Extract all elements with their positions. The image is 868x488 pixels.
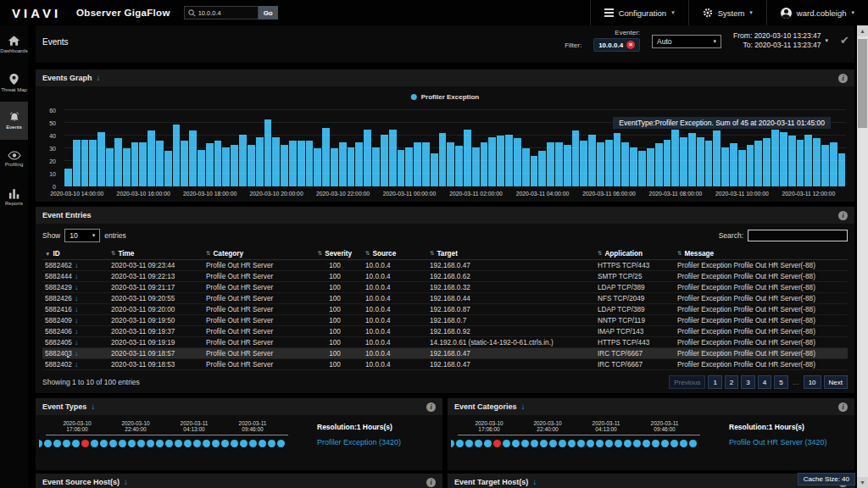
remove-filter-icon[interactable]: × xyxy=(626,41,635,49)
event-dot[interactable] xyxy=(615,440,622,447)
chart-bar[interactable] xyxy=(447,142,454,187)
download-icon[interactable]: ↓ xyxy=(91,402,95,411)
event-dot[interactable] xyxy=(512,440,520,447)
eventer-select[interactable]: Auto ▾ xyxy=(652,35,721,48)
event-dot[interactable] xyxy=(661,440,669,447)
system-menu[interactable]: System ▾ xyxy=(688,0,766,25)
chart-bar[interactable] xyxy=(697,137,704,187)
download-icon[interactable]: ↓ xyxy=(75,338,79,347)
event-dot[interactable] xyxy=(39,440,42,447)
event-dot[interactable] xyxy=(624,440,632,447)
table-row[interactable]: 5882462↓2020-03-11 09:23:44Profile Out H… xyxy=(42,260,848,271)
event-dot[interactable] xyxy=(680,440,687,447)
chart-bar[interactable] xyxy=(763,138,771,186)
event-dot[interactable] xyxy=(540,440,548,447)
event-dot[interactable] xyxy=(451,440,454,447)
download-icon[interactable]: ↓ xyxy=(75,272,79,280)
event-dot[interactable] xyxy=(643,440,650,447)
chart-bar[interactable] xyxy=(198,150,205,187)
chart-bar[interactable] xyxy=(147,130,155,186)
chart-bar[interactable] xyxy=(81,140,89,187)
chart-bar[interactable] xyxy=(114,138,122,186)
event-dot[interactable] xyxy=(72,440,80,447)
event-dot[interactable] xyxy=(165,440,173,447)
chart-bar[interactable] xyxy=(355,142,363,187)
download-icon[interactable]: ↓ xyxy=(75,360,79,369)
event-dot[interactable] xyxy=(119,440,126,447)
event-dot[interactable] xyxy=(137,440,145,447)
chart-bar[interactable] xyxy=(638,151,646,186)
chart-bar[interactable] xyxy=(547,142,554,187)
column-header-application[interactable]: ⇅Application xyxy=(595,250,675,258)
event-dot[interactable] xyxy=(587,440,594,447)
download-icon[interactable]: ↓ xyxy=(75,283,79,291)
chart-bar[interactable] xyxy=(564,145,571,187)
event-dot[interactable] xyxy=(689,440,697,447)
download-icon[interactable]: ↓ xyxy=(75,261,79,269)
table-row[interactable]: 5882405↓2020-03-11 09:19:19Profile Out H… xyxy=(42,337,848,348)
event-dot[interactable] xyxy=(100,440,108,447)
event-dot[interactable] xyxy=(128,440,136,447)
page-button-2[interactable]: 2 xyxy=(725,375,738,389)
chart-bar[interactable] xyxy=(655,143,663,186)
chart-bar[interactable] xyxy=(189,130,197,186)
chart-bar[interactable] xyxy=(222,147,230,187)
event-category-link[interactable]: Profile Out HR Server (3420) xyxy=(729,438,848,446)
table-search-input[interactable] xyxy=(748,230,848,241)
sidebar-item-reports[interactable]: Reports xyxy=(0,178,28,216)
chart-bar[interactable] xyxy=(497,136,504,186)
sidebar-item-profiling[interactable]: Profiling xyxy=(0,140,28,178)
sidebar-item-dashboards[interactable]: Dashboards xyxy=(0,25,28,64)
event-dot[interactable] xyxy=(475,440,482,447)
column-header-target[interactable]: ⇅Target xyxy=(427,250,595,258)
page-size-select[interactable]: 10 ▾ xyxy=(64,229,100,242)
table-row[interactable]: 5882429↓2020-03-11 09:21:17Profile Out H… xyxy=(42,282,848,293)
chart-bar[interactable] xyxy=(73,140,81,187)
column-header-id[interactable]: ▼ID xyxy=(42,250,108,258)
scroll-down-icon[interactable]: ▼ xyxy=(857,477,868,488)
info-icon[interactable]: i xyxy=(838,211,848,220)
chart-bar[interactable] xyxy=(256,137,264,187)
page-button-10[interactable]: 10 xyxy=(804,375,821,389)
chart-bar[interactable] xyxy=(481,142,488,187)
chart-bar[interactable] xyxy=(231,145,238,187)
event-dot[interactable] xyxy=(184,440,192,447)
event-dot[interactable] xyxy=(456,440,464,447)
page-button-4[interactable]: 4 xyxy=(758,375,771,389)
chart-bar[interactable] xyxy=(314,148,321,186)
chart-bar[interactable] xyxy=(264,119,272,187)
chart-bar[interactable] xyxy=(538,151,546,186)
event-dot[interactable] xyxy=(221,440,229,447)
event-dot[interactable] xyxy=(577,440,585,447)
event-dot[interactable] xyxy=(268,440,275,447)
chart-bar[interactable] xyxy=(488,137,496,187)
chart-bar[interactable] xyxy=(348,147,355,187)
chart-bar[interactable] xyxy=(339,142,347,187)
chart-bar[interactable] xyxy=(389,130,397,187)
sidebar-item-events[interactable]: Events xyxy=(0,102,28,140)
download-icon[interactable]: ↓ xyxy=(124,478,128,486)
chart-bar[interactable] xyxy=(713,130,721,186)
chart-bar[interactable] xyxy=(272,137,280,187)
event-dot[interactable] xyxy=(465,440,473,447)
chart-bar[interactable] xyxy=(139,142,147,187)
chart-bar[interactable] xyxy=(464,130,471,187)
event-dot[interactable] xyxy=(633,440,641,447)
download-icon[interactable]: ↓ xyxy=(75,349,79,358)
event-dot[interactable] xyxy=(53,440,61,447)
event-type-link[interactable]: Profiler Exception (3420) xyxy=(317,438,436,446)
chart-bar[interactable] xyxy=(455,146,463,186)
download-icon[interactable]: ↓ xyxy=(75,294,79,302)
chart-bar[interactable] xyxy=(398,150,405,187)
event-dot[interactable] xyxy=(147,440,154,447)
table-row[interactable]: 5882444↓2020-03-11 09:22:13Profile Out H… xyxy=(42,271,848,282)
download-icon[interactable]: ↓ xyxy=(521,402,526,411)
event-dot[interactable] xyxy=(259,440,266,447)
page-button-5[interactable]: 5 xyxy=(774,375,787,389)
go-button[interactable]: Go xyxy=(259,6,278,19)
table-row[interactable]: 5882416↓2020-03-11 09:20:00Profile Out H… xyxy=(42,304,848,315)
chart-bar[interactable] xyxy=(322,128,330,186)
chart-bar[interactable] xyxy=(780,132,787,187)
event-dot[interactable] xyxy=(175,440,182,447)
chart-bar[interactable] xyxy=(514,138,521,186)
